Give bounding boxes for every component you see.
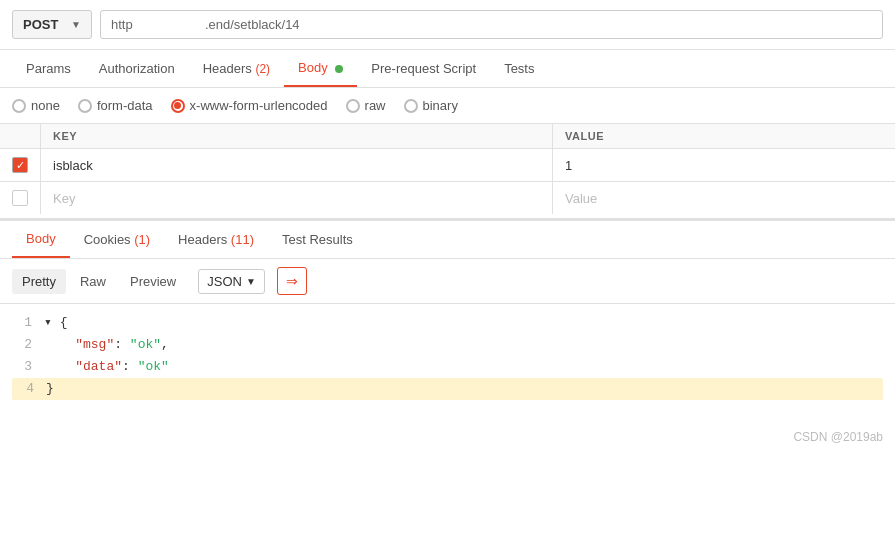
- code-line-2: 2 "msg": "ok",: [12, 334, 883, 356]
- row1-value: 1: [553, 149, 895, 182]
- chevron-down-icon: ▼: [71, 19, 81, 30]
- col-header-check: [0, 124, 41, 149]
- radio-raw[interactable]: raw: [346, 98, 386, 113]
- radio-form-data[interactable]: form-data: [78, 98, 153, 113]
- radio-binary[interactable]: binary: [404, 98, 458, 113]
- tab-body[interactable]: Body: [284, 50, 357, 87]
- url-input[interactable]: [100, 10, 883, 39]
- tab-authorization[interactable]: Authorization: [85, 51, 189, 86]
- resp-tab-test-results[interactable]: Test Results: [268, 222, 367, 257]
- resp-tab-headers[interactable]: Headers (11): [164, 222, 268, 257]
- row1-checkbox[interactable]: [12, 157, 28, 173]
- response-section: Body Cookies (1) Headers (11) Test Resul…: [0, 218, 895, 450]
- code-line-3: 3 "data": "ok": [12, 356, 883, 378]
- format-raw-btn[interactable]: Raw: [70, 269, 116, 294]
- json-type-select[interactable]: JSON ▼: [198, 269, 265, 294]
- wrap-button[interactable]: ⇒: [277, 267, 307, 295]
- tab-headers[interactable]: Headers (2): [189, 51, 284, 86]
- table-row: isblack 1: [0, 149, 895, 182]
- response-tabs: Body Cookies (1) Headers (11) Test Resul…: [0, 221, 895, 259]
- tab-params[interactable]: Params: [12, 51, 85, 86]
- code-line-4: 4 }: [12, 378, 883, 400]
- radio-circle-x-www: [171, 99, 185, 113]
- radio-circle-form-data: [78, 99, 92, 113]
- row2-checkbox[interactable]: [12, 190, 28, 206]
- method-select[interactable]: POST ▼: [12, 10, 92, 39]
- body-types: none form-data x-www-form-urlencoded raw…: [0, 88, 895, 124]
- col-header-key: KEY: [41, 124, 553, 149]
- format-preview-btn[interactable]: Preview: [120, 269, 186, 294]
- wrap-icon: ⇒: [286, 273, 298, 289]
- radio-circle-none: [12, 99, 26, 113]
- kv-table: KEY VALUE isblack 1 K: [0, 124, 895, 214]
- url-bar: POST ▼: [0, 0, 895, 50]
- tab-tests[interactable]: Tests: [490, 51, 548, 86]
- col-header-value: VALUE: [553, 124, 895, 149]
- watermark: CSDN @2019ab: [0, 424, 895, 450]
- radio-circle-binary: [404, 99, 418, 113]
- format-pretty-btn[interactable]: Pretty: [12, 269, 66, 294]
- resp-tab-cookies[interactable]: Cookies (1): [70, 222, 164, 257]
- resp-toolbar: Pretty Raw Preview JSON ▼ ⇒: [0, 259, 895, 304]
- tab-pre-request[interactable]: Pre-request Script: [357, 51, 490, 86]
- code-area: 1 ▾ { 2 "msg": "ok", 3 "data": "ok" 4 }: [0, 304, 895, 424]
- radio-x-www[interactable]: x-www-form-urlencoded: [171, 98, 328, 113]
- request-tabs: Params Authorization Headers (2) Body Pr…: [0, 50, 895, 88]
- radio-circle-raw: [346, 99, 360, 113]
- table-row: Key Value: [0, 182, 895, 215]
- method-label: POST: [23, 17, 58, 32]
- json-chevron-icon: ▼: [246, 276, 256, 287]
- row2-key[interactable]: Key: [41, 182, 553, 215]
- radio-none[interactable]: none: [12, 98, 60, 113]
- kv-table-wrapper: KEY VALUE isblack 1 K: [0, 124, 895, 214]
- row1-key: isblack: [41, 149, 553, 182]
- code-line-1: 1 ▾ {: [12, 312, 883, 334]
- resp-tab-body[interactable]: Body: [12, 221, 70, 258]
- row2-value[interactable]: Value: [553, 182, 895, 215]
